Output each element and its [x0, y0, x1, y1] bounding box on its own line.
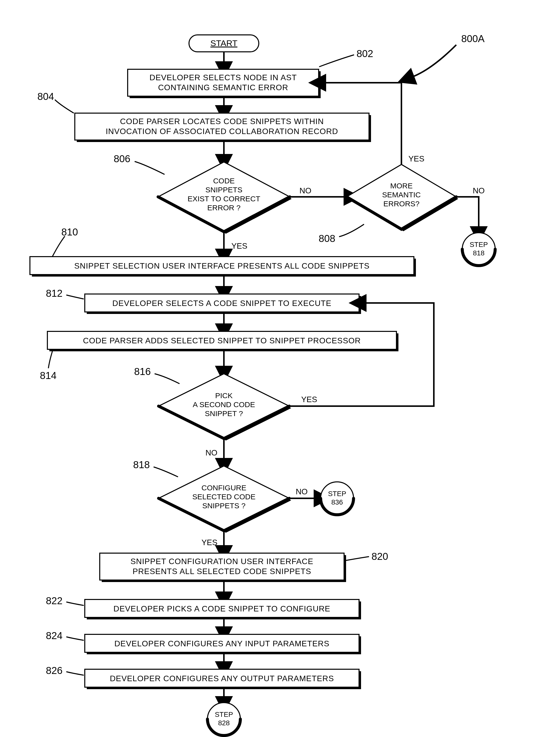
svg-text:CODE: CODE: [213, 177, 235, 185]
callout-820: 820: [372, 551, 388, 562]
connector-step-818: STEP 818: [462, 233, 495, 266]
callout-810: 810: [61, 227, 78, 238]
svg-text:STEP: STEP: [469, 241, 488, 249]
edge-816-yes: YES: [301, 395, 317, 404]
step-820: SNIPPET CONFIGURATION USER INTERFACE PRE…: [100, 553, 346, 582]
callout-816: 816: [134, 366, 151, 377]
svg-text:SELECTED CODE: SELECTED CODE: [192, 492, 255, 501]
svg-text:DEVELOPER CONFIGURES ANY OUTPU: DEVELOPER CONFIGURES ANY OUTPUT PARAMETE…: [110, 674, 334, 683]
svg-text:CONTAINING SEMANTIC ERROR: CONTAINING SEMANTIC ERROR: [158, 83, 288, 92]
decision-816: PICK A SECOND CODE SNIPPET ?: [159, 374, 291, 440]
step-812: DEVELOPER SELECTS A CODE SNIPPET TO EXEC…: [85, 294, 361, 314]
decision-808: MORE SEMANTIC ERRORS?: [347, 165, 458, 231]
edge-816-no: NO: [205, 448, 217, 457]
callout-808: 808: [319, 233, 335, 244]
decision-818: CONFIGURE SELECTED CODE SNIPPETS ?: [159, 466, 291, 533]
callout-818: 818: [133, 459, 150, 470]
svg-text:CODE PARSER LOCATES CODE SNIPP: CODE PARSER LOCATES CODE SNIPPETS WITHIN: [120, 117, 324, 126]
edge-818-no: NO: [296, 487, 308, 496]
connector-step-828: STEP 828: [207, 703, 240, 736]
edge-808-yes: YES: [408, 154, 424, 163]
svg-text:A SECOND CODE: A SECOND CODE: [193, 400, 255, 408]
svg-text:DEVELOPER CONFIGURES ANY INPUT: DEVELOPER CONFIGURES ANY INPUT PARAMETER…: [114, 639, 330, 648]
svg-text:PICK: PICK: [215, 391, 233, 399]
figure-label-arrow: [411, 45, 456, 77]
callout-802: 802: [357, 48, 373, 59]
svg-text:818: 818: [473, 249, 485, 257]
figure-label: 800A: [461, 33, 485, 44]
svg-text:STEP: STEP: [328, 490, 346, 497]
svg-text:DEVELOPER SELECTS A CODE SNIPP: DEVELOPER SELECTS A CODE SNIPPET TO EXEC…: [112, 299, 332, 308]
edge-806-no: NO: [299, 186, 311, 195]
callout-826: 826: [46, 665, 63, 676]
connector-step-836: STEP 836: [321, 482, 354, 515]
callout-814: 814: [40, 370, 57, 381]
svg-text:SNIPPETS ?: SNIPPETS ?: [202, 501, 245, 510]
svg-text:836: 836: [331, 498, 343, 506]
svg-text:DEVELOPER SELECTS NODE IN AST: DEVELOPER SELECTS NODE IN AST: [150, 73, 297, 82]
svg-text:SNIPPETS: SNIPPETS: [205, 186, 242, 194]
svg-text:DEVELOPER PICKS A CODE SNIPPET: DEVELOPER PICKS A CODE SNIPPET TO CONFIG…: [113, 604, 330, 613]
callout-806: 806: [114, 153, 130, 164]
callout-802-line: [319, 55, 354, 67]
step-810: SNIPPET SELECTION USER INTERFACE PRESENT…: [30, 257, 416, 277]
svg-text:STEP: STEP: [215, 711, 233, 718]
callout-804: 804: [37, 91, 54, 102]
svg-text:SEMANTIC: SEMANTIC: [382, 191, 421, 199]
svg-text:SNIPPET CONFIGURATION USER INT: SNIPPET CONFIGURATION USER INTERFACE: [130, 557, 313, 566]
step-826: DEVELOPER CONFIGURES ANY OUTPUT PARAMETE…: [85, 669, 361, 689]
start-terminator: START: [189, 35, 259, 52]
edge-806-yes: YES: [231, 242, 247, 251]
edge-808-no: NO: [473, 186, 485, 195]
edge-818-yes: YES: [201, 538, 217, 547]
svg-text:PRESENTS ALL SELECTED CODE SNI: PRESENTS ALL SELECTED CODE SNIPPETS: [133, 567, 311, 576]
step-822: DEVELOPER PICKS A CODE SNIPPET TO CONFIG…: [85, 599, 361, 619]
svg-text:CONFIGURE: CONFIGURE: [201, 483, 246, 492]
svg-text:MORE: MORE: [390, 182, 413, 190]
svg-text:EXIST TO CORRECT: EXIST TO CORRECT: [187, 195, 260, 203]
svg-text:SNIPPET ?: SNIPPET ?: [205, 409, 243, 417]
svg-text:START: START: [210, 38, 237, 48]
flowchart: 800A START DEVELOPER SELECTS NODE IN AST…: [0, 0, 560, 737]
svg-text:SNIPPET SELECTION USER INTERFA: SNIPPET SELECTION USER INTERFACE PRESENT…: [74, 261, 370, 270]
svg-text:CODE PARSER ADDS SELECTED SNIP: CODE PARSER ADDS SELECTED SNIPPET TO SNI…: [83, 336, 361, 345]
svg-text:ERROR ?: ERROR ?: [207, 204, 240, 212]
step-802: DEVELOPER SELECTS NODE IN AST CONTAINING…: [128, 69, 321, 98]
svg-text:828: 828: [218, 719, 230, 727]
callout-812: 812: [46, 288, 63, 299]
svg-text:INVOCATION OF ASSOCIATED COLLA: INVOCATION OF ASSOCIATED COLLABORATION R…: [106, 127, 338, 136]
svg-text:ERRORS?: ERRORS?: [383, 200, 419, 208]
step-804: CODE PARSER LOCATES CODE SNIPPETS WITHIN…: [75, 113, 371, 142]
decision-806: CODE SNIPPETS EXIST TO CORRECT ERROR ?: [158, 162, 292, 234]
step-824: DEVELOPER CONFIGURES ANY INPUT PARAMETER…: [85, 634, 361, 654]
callout-824: 824: [46, 630, 63, 641]
callout-822: 822: [46, 595, 63, 606]
step-814: CODE PARSER ADDS SELECTED SNIPPET TO SNI…: [47, 332, 398, 351]
